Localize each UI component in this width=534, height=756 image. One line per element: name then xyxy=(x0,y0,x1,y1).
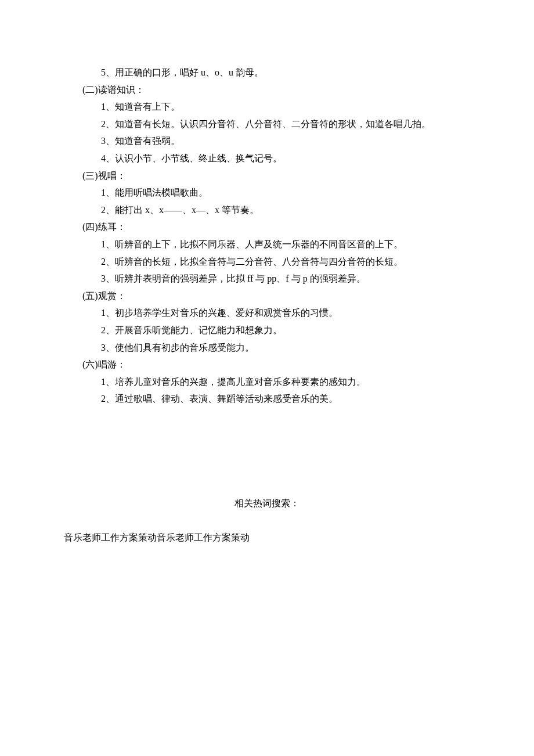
body-text: 2、知道音有长短。认识四分音符、八分音符、二分音符的形状，知道各唱几拍。 xyxy=(64,116,470,133)
section-heading: (六)唱游： xyxy=(64,356,470,373)
section-heading: (四)练耳： xyxy=(64,218,470,236)
related-search-terms: 音乐老师工作方案策动音乐老师工作方案策动 xyxy=(64,529,470,546)
section-heading: (三)视唱： xyxy=(64,167,470,185)
body-text: 2、听辨音的长短，比拟全音符与二分音符、八分音符与四分音符的长短。 xyxy=(64,253,470,271)
related-search-label: 相关热词搜索： xyxy=(64,495,470,512)
body-text: 2、开展音乐听觉能力、记忆能力和想象力。 xyxy=(64,322,470,339)
body-text: 1、初步培养学生对音乐的兴趣、爱好和观赏音乐的习惯。 xyxy=(64,304,470,322)
body-text: 1、听辨音的上下，比拟不同乐器、人声及统一乐器的不同音区音的上下。 xyxy=(64,236,470,253)
section-heading: (五)观赏： xyxy=(64,287,470,305)
body-text: 3、知道音有强弱。 xyxy=(64,132,470,150)
body-text: 3、听辨并表明音的强弱差异，比拟 ff 与 pp、f 与 p 的强弱差异。 xyxy=(64,270,470,287)
section-heading: (二)读谱知识： xyxy=(64,81,470,99)
body-text: 5、用正确的口形，唱好 u、o、u 韵母。 xyxy=(64,64,470,81)
body-text: 2、能打出 x、x——、x—、x 等节奏。 xyxy=(64,201,470,219)
body-text: 4、认识小节、小节线、终止线、换气记号。 xyxy=(64,150,470,167)
body-text: 3、使他们具有初步的音乐感受能力。 xyxy=(64,339,470,357)
spacer xyxy=(64,408,470,495)
body-text: 1、能用听唱法模唱歌曲。 xyxy=(64,184,470,201)
body-text: 2、通过歌唱、律动、表演、舞蹈等活动来感受音乐的美。 xyxy=(64,390,470,408)
body-text: 1、知道音有上下。 xyxy=(64,98,470,116)
body-text: 1、培养儿童对音乐的兴趣，提高儿童对音乐多种要素的感知力。 xyxy=(64,373,470,391)
